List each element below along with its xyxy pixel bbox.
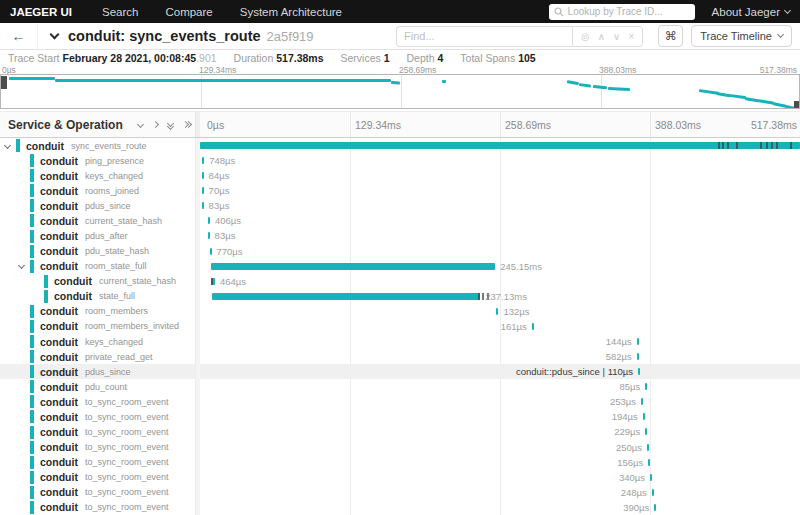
span-row[interactable]: conduitto_sync_room_event250µs: [0, 440, 800, 455]
span-row[interactable]: conduitto_sync_room_event340µs: [0, 470, 800, 485]
span-bar[interactable]: [210, 248, 212, 255]
chevron-down-icon[interactable]: [4, 141, 11, 148]
span-name-cell[interactable]: conduitsync_events_route: [0, 138, 200, 153]
collapse-all-icon[interactable]: [168, 121, 173, 129]
find-input[interactable]: Find...: [396, 26, 572, 47]
span-timeline-cell[interactable]: conduit::pdus_since | 110µs: [200, 364, 800, 379]
nav-item-search[interactable]: Search: [102, 6, 138, 18]
span-timeline-cell[interactable]: 245.15ms: [200, 259, 800, 274]
span-timeline-cell[interactable]: 194µs: [200, 409, 800, 424]
span-row[interactable]: conduitto_sync_room_event248µs: [0, 485, 800, 500]
trace-id-search-input[interactable]: Lookup by Trace ID...: [549, 4, 695, 20]
span-row[interactable]: conduitto_sync_room_event253µs: [0, 394, 800, 409]
span-timeline-cell[interactable]: 229µs: [200, 424, 800, 439]
keyboard-shortcuts-button[interactable]: ⌘: [658, 25, 683, 47]
span-row[interactable]: conduitpdus_after83µs: [0, 228, 800, 243]
span-bar[interactable]: [643, 413, 645, 420]
span-timeline-cell[interactable]: 770µs: [200, 244, 800, 259]
span-name-cell[interactable]: conduitpdus_since: [0, 198, 200, 213]
span-timeline-cell[interactable]: 132µs: [200, 304, 800, 319]
span-row[interactable]: conduitcurrent_state_hash406µs: [0, 213, 800, 228]
minimap-range-handle[interactable]: [794, 101, 799, 109]
span-name-cell[interactable]: conduitcurrent_state_hash: [0, 213, 200, 228]
span-row[interactable]: conduitpdu_state_hash770µs: [0, 244, 800, 259]
span-bar[interactable]: [645, 383, 647, 390]
span-row[interactable]: conduitstate_full237.13ms: [0, 289, 800, 304]
nav-item-compare[interactable]: Compare: [165, 6, 212, 18]
span-bar[interactable]: [647, 444, 649, 451]
span-bar[interactable]: [638, 368, 640, 375]
nav-item-system-architecture[interactable]: System Architecture: [240, 6, 342, 18]
span-timeline-cell[interactable]: 582µs: [200, 349, 800, 364]
span-timeline-cell[interactable]: 253µs: [200, 394, 800, 409]
span-timeline-cell[interactable]: 156µs: [200, 455, 800, 470]
span-row[interactable]: conduitto_sync_room_event229µs: [0, 424, 800, 439]
span-name-cell[interactable]: conduitkeys_changed: [0, 334, 200, 349]
span-timeline-cell[interactable]: 144µs: [200, 334, 800, 349]
span-name-cell[interactable]: conduitto_sync_room_event: [0, 500, 200, 515]
span-timeline-cell[interactable]: 340µs: [200, 470, 800, 485]
span-timeline-cell[interactable]: 83µs: [200, 198, 800, 213]
span-name-cell[interactable]: conduitcurrent_state_hash: [0, 274, 200, 289]
span-name-cell[interactable]: conduitto_sync_room_event: [0, 455, 200, 470]
span-bar[interactable]: [641, 398, 643, 405]
span-name-cell[interactable]: conduitto_sync_room_event: [0, 440, 200, 455]
span-name-cell[interactable]: conduitpdu_state_hash: [0, 244, 200, 259]
span-row[interactable]: conduitkeys_changed144µs: [0, 334, 800, 349]
span-bar[interactable]: [637, 353, 639, 360]
span-row[interactable]: conduitroom_members_invited161µs: [0, 319, 800, 334]
trace-minimap[interactable]: [0, 74, 800, 109]
span-name-cell[interactable]: conduitping_presence: [0, 153, 200, 168]
span-row[interactable]: conduitcurrent_state_hash464µs: [0, 274, 800, 289]
trace-view-select[interactable]: Trace Timeline: [691, 25, 792, 47]
span-bar[interactable]: [496, 308, 498, 315]
span-name-cell[interactable]: conduitto_sync_room_event: [0, 394, 200, 409]
span-timeline-cell[interactable]: 83µs: [200, 228, 800, 243]
span-row[interactable]: conduitto_sync_room_event390µs: [0, 500, 800, 515]
span-row[interactable]: conduitping_presence748µs: [0, 153, 800, 168]
span-name-cell[interactable]: conduitroom_members_invited: [0, 319, 200, 334]
collapse-trace-chevron-icon[interactable]: [50, 30, 60, 40]
prev-match-icon[interactable]: ∧: [598, 31, 605, 42]
span-name-cell[interactable]: conduitto_sync_room_event: [0, 485, 200, 500]
span-timeline-cell[interactable]: 406µs: [200, 213, 800, 228]
span-bar[interactable]: [212, 293, 480, 300]
span-row[interactable]: conduitto_sync_room_event156µs: [0, 455, 800, 470]
span-name-cell[interactable]: conduitpdu_count: [0, 379, 200, 394]
span-timeline-cell[interactable]: 464µs: [200, 274, 800, 289]
span-bar[interactable]: [637, 338, 639, 345]
span-bar[interactable]: [202, 172, 204, 179]
span-timeline-cell[interactable]: 70µs: [200, 183, 800, 198]
span-timeline-cell[interactable]: 390µs: [200, 500, 800, 515]
span-row[interactable]: conduitroom_state_full245.15ms: [0, 259, 800, 274]
span-row[interactable]: conduitkeys_changed84µs: [0, 168, 800, 183]
span-name-cell[interactable]: conduitroom_state_full: [0, 259, 200, 274]
clear-find-icon[interactable]: ×: [628, 31, 634, 42]
span-name-cell[interactable]: conduitkeys_changed: [0, 168, 200, 183]
span-bar[interactable]: [202, 202, 204, 209]
span-name-cell[interactable]: conduitroom_members: [0, 304, 200, 319]
span-row[interactable]: conduitprivate_read_get582µs: [0, 349, 800, 364]
expand-all-icon[interactable]: [183, 122, 191, 127]
span-name-cell[interactable]: conduitto_sync_room_event: [0, 470, 200, 485]
span-timeline-cell[interactable]: 250µs: [200, 440, 800, 455]
span-row[interactable]: conduitpdus_since83µs: [0, 198, 800, 213]
span-name-cell[interactable]: conduitto_sync_room_event: [0, 409, 200, 424]
span-timeline-cell[interactable]: 237.13ms: [200, 289, 800, 304]
span-timeline-cell[interactable]: 748µs: [200, 153, 800, 168]
span-bar[interactable]: [202, 187, 204, 194]
span-bar[interactable]: [645, 428, 647, 435]
span-bar[interactable]: [650, 474, 652, 481]
span-bar[interactable]: [200, 142, 800, 149]
collapse-one-icon[interactable]: [137, 121, 144, 128]
span-bar[interactable]: [532, 323, 534, 330]
span-bar[interactable]: [648, 459, 650, 466]
span-name-cell[interactable]: conduitpdus_after: [0, 228, 200, 243]
span-bar[interactable]: [202, 157, 204, 164]
span-bar[interactable]: [652, 489, 654, 496]
span-bar[interactable]: [211, 263, 495, 270]
span-bar[interactable]: [208, 217, 210, 224]
jaeger-logo[interactable]: JAEGER UI: [10, 6, 72, 18]
span-row[interactable]: conduitroom_members132µs: [0, 304, 800, 319]
span-row[interactable]: conduitpdus_sinceconduit::pdus_since | 1…: [0, 364, 800, 379]
